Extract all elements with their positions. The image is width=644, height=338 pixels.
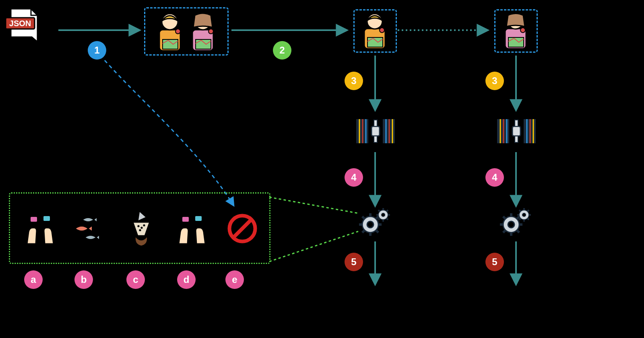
no-entry-icon: [226, 212, 258, 245]
female-cartographer-icon: [499, 12, 533, 50]
svg-point-70: [522, 213, 526, 216]
detail-options-row: [13, 195, 269, 262]
svg-rect-14: [508, 37, 524, 47]
svg-line-77: [519, 218, 521, 220]
svg-line-78: [527, 210, 529, 212]
svg-line-56: [386, 218, 388, 220]
svg-line-66: [517, 230, 519, 233]
step-badge-4-left: 4: [345, 168, 363, 187]
satellite-icon-right: [494, 112, 539, 150]
svg-rect-80: [43, 216, 50, 221]
svg-point-4: [175, 29, 180, 34]
hands-tools-icon: [23, 209, 58, 248]
svg-line-76: [527, 218, 529, 220]
gears-icon-right: [499, 206, 534, 238]
detail-option-c: [121, 208, 161, 249]
svg-line-89: [185, 211, 188, 214]
step-badge-4-right: 4: [485, 168, 504, 187]
json-file-label: JSON: [9, 19, 31, 28]
cartographer-pair-icon: [148, 10, 225, 53]
male-cartographer-icon: [358, 12, 392, 50]
svg-rect-10: [367, 37, 383, 47]
svg-line-46: [376, 230, 378, 233]
step-badge-1: 1: [88, 41, 106, 60]
svg-point-86: [139, 229, 140, 231]
svg-rect-30: [515, 136, 518, 142]
svg-line-58: [386, 210, 388, 212]
svg-rect-2: [163, 39, 178, 49]
svg-point-60: [508, 221, 514, 228]
svg-line-55: [378, 210, 380, 212]
svg-line-81: [33, 211, 37, 214]
svg-point-40: [367, 221, 374, 228]
detail-expansion-pointer: [105, 60, 233, 205]
svg-line-47: [362, 230, 365, 233]
svg-point-12: [380, 28, 384, 33]
svg-point-85: [143, 225, 144, 226]
svg-rect-88: [195, 216, 202, 221]
step-badge-5-left: 5: [345, 253, 363, 271]
svg-rect-79: [30, 216, 37, 222]
svg-point-84: [141, 227, 142, 228]
detail-badge-a: a: [24, 270, 43, 289]
male-cartographer-box: [353, 9, 397, 53]
svg-line-75: [519, 210, 521, 212]
step-badge-3-left: 3: [345, 72, 363, 90]
svg-line-65: [503, 216, 506, 219]
svg-line-67: [503, 230, 506, 233]
detail-option-b: [70, 212, 111, 245]
cartographer-pair-box: [144, 7, 229, 56]
svg-rect-17: [372, 126, 380, 136]
json-file-icon: JSON: [5, 7, 41, 44]
detail-option-d: [172, 209, 212, 248]
svg-point-50: [382, 213, 385, 216]
svg-rect-87: [182, 216, 189, 222]
fish-shoal-icon: [71, 212, 110, 245]
detail-connector-top: [269, 197, 358, 213]
svg-line-57: [378, 218, 380, 220]
svg-rect-18: [374, 120, 377, 126]
detail-option-a: [20, 209, 60, 248]
svg-line-90: [199, 211, 203, 213]
step-badge-5-right: 5: [485, 253, 504, 271]
step-badge-2: 2: [273, 41, 291, 60]
detail-badge-e: e: [225, 270, 244, 289]
gears-icon-left: [358, 206, 393, 238]
svg-line-82: [47, 211, 51, 213]
step-badge-3-right: 3: [485, 72, 504, 90]
svg-line-68: [517, 216, 519, 219]
detail-badge-b: b: [74, 270, 93, 289]
svg-line-45: [362, 216, 365, 219]
svg-rect-6: [196, 39, 211, 49]
svg-rect-28: [512, 126, 520, 136]
detail-option-e: [222, 212, 262, 245]
detail-badge-c: c: [126, 270, 145, 289]
coffee-filter-icon: [123, 208, 159, 249]
svg-point-8: [208, 29, 213, 34]
svg-rect-29: [515, 120, 518, 126]
svg-line-92: [233, 220, 251, 237]
svg-rect-19: [374, 136, 377, 142]
svg-line-48: [376, 216, 378, 219]
detail-connector-bottom: [269, 231, 358, 262]
satellite-icon-left: [353, 112, 398, 150]
female-cartographer-box: [494, 9, 538, 53]
svg-point-83: [138, 225, 139, 227]
hands-tools-icon-2: [175, 209, 209, 248]
svg-point-16: [520, 28, 525, 33]
detail-badge-d: d: [177, 270, 196, 289]
